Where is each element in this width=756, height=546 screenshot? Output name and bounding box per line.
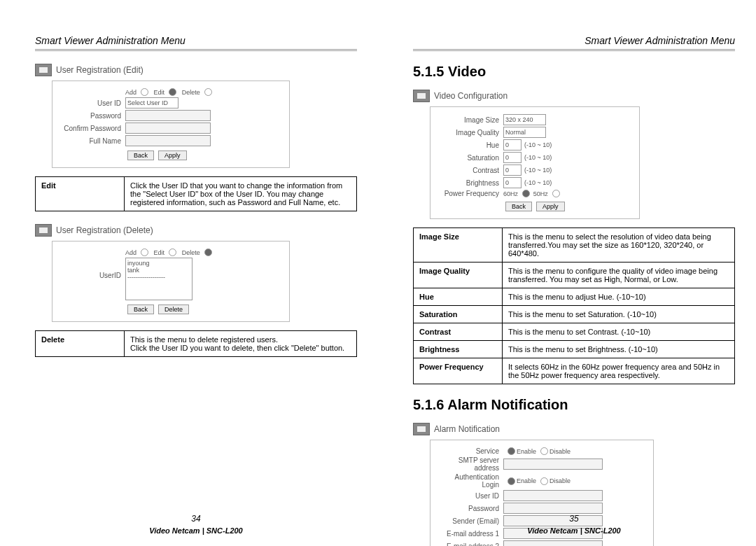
hue-field[interactable]: 0 [503, 139, 522, 150]
radio-enable-icon[interactable] [507, 447, 515, 455]
radio-auth-disable-icon[interactable] [540, 477, 548, 485]
alarm-password-field[interactable] [503, 503, 603, 514]
image-size-select[interactable]: 320 x 240 [503, 114, 546, 125]
select-user-id[interactable]: Select User ID [125, 97, 178, 108]
delete-label: Delete [182, 89, 200, 96]
add-label: Add [125, 89, 136, 96]
fullname-field[interactable] [125, 135, 211, 146]
table-video-desc: Image SizeThis is the menu to select the… [413, 227, 735, 384]
panel-icon [35, 224, 52, 237]
panel-title-user-reg-edit: User Registration (Edit) [35, 64, 357, 76]
page-35: Smart Viewer Administration Menu 5.1.5 V… [378, 0, 756, 546]
edit-label: Edit [154, 89, 165, 96]
section-alarm: 5.1.6 Alarm Notification [413, 397, 735, 413]
panel-title-video-config: Video Configuration [413, 90, 735, 102]
saturation-field[interactable]: 0 [503, 152, 522, 163]
brightness-field[interactable]: 0 [503, 177, 522, 188]
text-delete: This is the menu to delete registered us… [125, 331, 357, 357]
key-delete: Delete [36, 331, 125, 357]
footer-left: 34 Video Netcam | SNC-L200 [35, 514, 357, 535]
alarm-userid-field[interactable] [503, 490, 603, 501]
screenshot-user-reg-delete: Add Edit Delete UserID inyoung tank ----… [52, 241, 290, 322]
panel-title-alarm: Alarm Notification [413, 423, 735, 435]
panel-title-text: User Registration (Edit) [56, 65, 144, 75]
panel-icon [413, 90, 430, 102]
table-edit-desc: Edit Click the User ID that you want to … [35, 176, 357, 211]
table-delete-desc: Delete This is the menu to delete regist… [35, 330, 357, 357]
email2-field[interactable] [503, 540, 603, 546]
radio-filled-icon [169, 88, 176, 96]
panel-title-text: User Registration (Delete) [56, 225, 153, 235]
smtp-field[interactable] [503, 458, 603, 470]
back-button[interactable]: Back [505, 202, 532, 211]
page-number: 35 [413, 514, 735, 524]
password-field[interactable] [125, 110, 211, 121]
key-edit: Edit [36, 177, 125, 211]
radio-filled-icon [204, 248, 212, 256]
radio-icon [141, 248, 148, 256]
page-number: 34 [35, 514, 357, 524]
confirm-password-field[interactable] [125, 122, 211, 134]
radio-icon [169, 248, 176, 256]
user-list[interactable]: inyoung tank ------------------ [125, 258, 192, 300]
image-quality-select[interactable]: Normal [503, 127, 546, 138]
radio-disable-icon[interactable] [540, 447, 548, 455]
back-button[interactable]: Back [127, 150, 154, 160]
product-line: Video Netcam | SNC-L200 [149, 526, 243, 535]
product-line: Video Netcam | SNC-L200 [527, 526, 621, 535]
page-header-left: Smart Viewer Administration Menu [35, 35, 357, 51]
screenshot-user-reg-edit: Add Edit Delete User IDSelect User ID Pa… [52, 80, 290, 168]
radio-60hz-icon[interactable] [522, 190, 530, 197]
contrast-field[interactable]: 0 [503, 164, 522, 176]
delete-button[interactable]: Delete [158, 304, 189, 314]
panel-title-user-reg-delete: User Registration (Delete) [35, 224, 357, 237]
apply-button[interactable]: Apply [158, 150, 187, 160]
panel-icon [35, 64, 52, 76]
radio-50hz-icon[interactable] [552, 190, 560, 197]
radio-icon [204, 88, 212, 96]
section-video: 5.1.5 Video [413, 64, 735, 80]
page-header-right: Smart Viewer Administration Menu [413, 35, 735, 51]
footer-right: 35 Video Netcam | SNC-L200 [413, 514, 735, 535]
panel-icon [413, 423, 430, 435]
screenshot-video-config: Image Size320 x 240 Image QualityNormal … [430, 106, 640, 219]
back-button[interactable]: Back [127, 304, 154, 314]
page-34: Smart Viewer Administration Menu User Re… [0, 0, 378, 546]
radio-icon [141, 88, 148, 96]
text-edit: Click the User ID that you want to chang… [125, 177, 357, 211]
radio-auth-enable-icon[interactable] [507, 477, 515, 485]
apply-button[interactable]: Apply [536, 202, 565, 211]
